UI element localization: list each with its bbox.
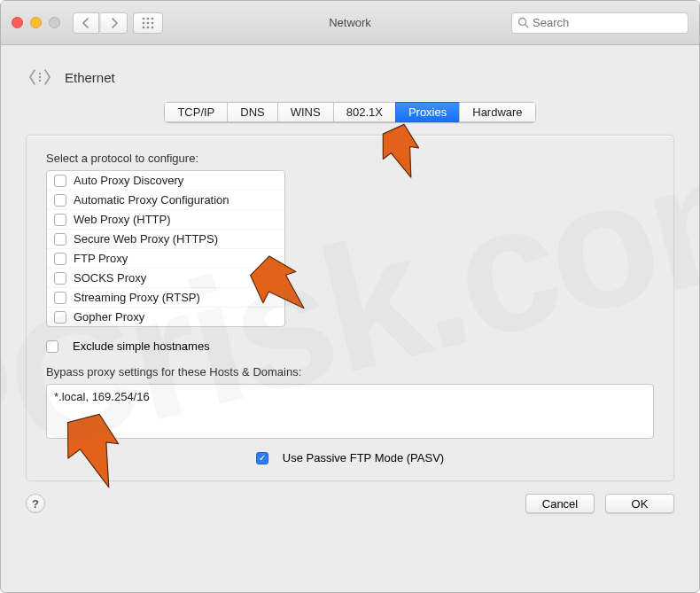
ok-button[interactable]: OK — [605, 494, 674, 513]
protocol-item[interactable]: Web Proxy (HTTP) — [47, 210, 284, 230]
protocol-item[interactable]: Auto Proxy Discovery — [47, 171, 284, 191]
chevron-right-icon — [111, 18, 118, 28]
protocol-checkbox[interactable] — [54, 175, 66, 187]
tab-hardware[interactable]: Hardware — [459, 102, 535, 122]
tab-802-1x[interactable]: 802.1X — [333, 102, 395, 122]
svg-point-5 — [152, 21, 154, 24]
tab-dns[interactable]: DNS — [227, 102, 276, 122]
passive-ftp-label: Use Passive FTP Mode (PASV) — [283, 451, 444, 464]
passive-ftp-checkbox[interactable] — [256, 452, 268, 464]
show-all-button[interactable] — [133, 12, 163, 34]
forward-button[interactable] — [101, 12, 128, 34]
svg-point-8 — [152, 26, 154, 28]
ethernet-icon — [26, 63, 54, 91]
svg-point-11 — [39, 73, 41, 74]
protocol-item[interactable]: Automatic Proxy Configuration — [47, 191, 284, 210]
svg-point-2 — [152, 17, 154, 20]
window-title: Network — [329, 16, 371, 29]
svg-point-7 — [147, 26, 150, 28]
svg-point-1 — [147, 17, 150, 20]
close-window-button[interactable] — [12, 17, 23, 28]
window-controls — [12, 17, 60, 28]
titlebar: Network — [1, 1, 699, 45]
protocol-checkbox[interactable] — [54, 214, 66, 226]
search-input[interactable] — [533, 16, 682, 29]
tab-tcp-ip[interactable]: TCP/IP — [164, 102, 227, 122]
cancel-button[interactable]: Cancel — [525, 494, 595, 513]
protocol-checkbox[interactable] — [54, 253, 66, 265]
svg-line-10 — [525, 25, 529, 28]
zoom-window-button[interactable] — [49, 17, 60, 28]
tab-row: TCP/IPDNSWINS802.1XProxiesHardware — [1, 102, 699, 122]
search-icon — [517, 17, 529, 28]
svg-point-6 — [143, 26, 145, 28]
help-button[interactable]: ? — [26, 494, 45, 513]
svg-point-0 — [143, 17, 145, 20]
dialog-footer: ? Cancel OK — [1, 494, 699, 529]
grid-icon — [142, 17, 154, 29]
svg-point-4 — [147, 21, 150, 24]
svg-point-13 — [39, 80, 41, 82]
protocol-checkbox[interactable] — [54, 194, 66, 207]
interface-name: Ethernet — [65, 70, 115, 85]
back-button[interactable] — [73, 12, 99, 34]
protocol-label: Auto Proxy Discovery — [74, 174, 183, 187]
interface-header: Ethernet — [1, 45, 699, 102]
search-field-wrap[interactable] — [511, 12, 688, 34]
protocol-label: Automatic Proxy Configuration — [74, 193, 229, 207]
tab-segmented-control: TCP/IPDNSWINS802.1XProxiesHardware — [164, 102, 535, 122]
svg-point-3 — [143, 21, 145, 24]
protocol-checkbox[interactable] — [54, 233, 66, 246]
tab-proxies[interactable]: Proxies — [395, 102, 459, 122]
nav-buttons — [73, 12, 128, 34]
minimize-window-button[interactable] — [30, 17, 42, 28]
svg-point-12 — [39, 76, 41, 78]
chevron-left-icon — [82, 18, 89, 28]
tab-wins[interactable]: WINS — [277, 102, 333, 122]
preferences-window: Network Ethernet TCP/IPDNSWINS802 — [0, 0, 700, 593]
protocol-label: Web Proxy (HTTP) — [74, 213, 171, 226]
